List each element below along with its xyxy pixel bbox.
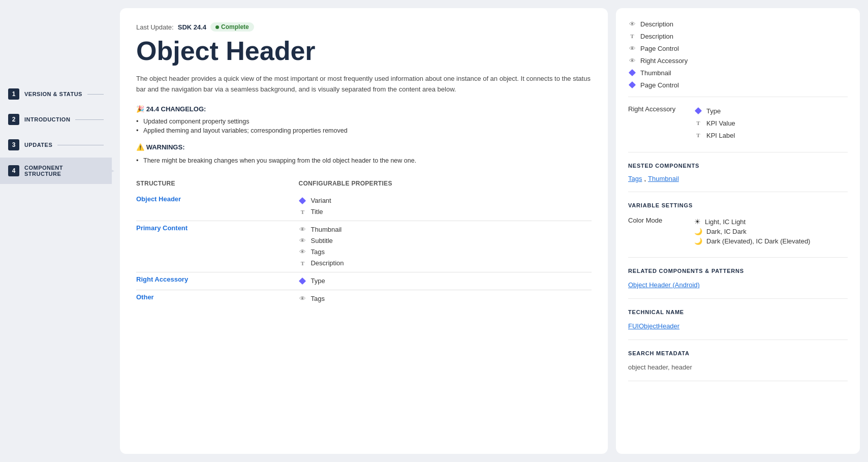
prop-item: 👁 Thumbnail — [298, 224, 592, 235]
eye-icon: 👁 — [298, 295, 306, 303]
changelog-item: Applied theming and layout variables; co… — [136, 126, 592, 135]
diamond-icon — [298, 197, 306, 205]
row-props: 👁 Thumbnail 👁 Subtitle 👁 Tags T — [298, 221, 592, 272]
page-title: Object Header — [136, 37, 592, 66]
intro-text: The object header provides a quick view … — [136, 74, 592, 95]
row-props: Type — [298, 272, 592, 290]
info-card: 👁 Description T Description 👁 Page Contr… — [616, 8, 860, 454]
color-mode-dark-elevated: 🌙 Dark (Elevated), IC Dark (Elevated) — [694, 236, 848, 246]
prop-item: Type — [694, 105, 848, 116]
nav-line — [75, 119, 104, 120]
section-title: TECHNICAL NAME — [628, 309, 848, 315]
prop-item: 👁 Tags — [298, 247, 592, 258]
row-label: Object Header — [136, 192, 298, 221]
sidebar: 1 VERSION & STATUS 2 INTRODUCTION 3 UPDA… — [0, 0, 112, 462]
sidebar-item-version[interactable]: 1 VERSION & STATUS — [0, 81, 112, 107]
changelog-title: 🎉 24.4 CHANGELOG: — [136, 105, 592, 113]
warnings-section: ⚠️ WARNINGS: There might be breaking cha… — [136, 143, 592, 167]
prop-item: 👁 Subtitle — [298, 235, 592, 247]
section-title: VARIABLE SETTINGS — [628, 202, 848, 208]
changelog-section: 🎉 24.4 CHANGELOG: Updated component prop… — [136, 105, 592, 135]
sdk-version-badge: SDK 24.4 — [178, 23, 206, 31]
t-icon: T — [694, 131, 702, 139]
status-badge: Complete — [210, 22, 254, 32]
prop-item: 👁 Description — [628, 18, 848, 29]
row-props: Variant T Title — [298, 192, 592, 221]
diamond-icon — [298, 277, 306, 285]
eye-icon: 👁 — [628, 20, 636, 28]
changelog-list: Updated component property settings Appl… — [136, 117, 592, 135]
eye-icon: 👁 — [628, 44, 636, 52]
info-table-row: Right Accessory Type T KPI Value — [628, 103, 848, 143]
main-content: Last Update: SDK 24.4 Complete Object He… — [112, 0, 868, 462]
nested-link-thumbnail[interactable]: Thumbnail — [648, 175, 679, 182]
prop-item: 👁 Page Control — [628, 43, 848, 54]
prop-item: Page Control — [628, 79, 848, 90]
structure-col-header: STRUCTURE — [136, 177, 298, 192]
related-components-section: RELATED COMPONENTS & PATTERNS Object Hea… — [628, 268, 848, 299]
row-label: Other — [136, 290, 298, 307]
prop-item: T Description — [628, 30, 848, 42]
nested-link-tags[interactable]: Tags — [628, 175, 642, 182]
changelog-item: Updated component property settings — [136, 117, 592, 126]
prop-item: Variant — [298, 195, 592, 206]
sidebar-item-component-structure[interactable]: 4 COMPONENT STRUCTURE — [0, 158, 112, 184]
status-dot — [215, 25, 219, 29]
info-table: Right Accessory Type T KPI Value — [628, 103, 848, 143]
table-row: Right Accessory Type — [136, 272, 592, 290]
nested-components-section: NESTED COMPONENTS Tags , Thumbnail — [628, 163, 848, 192]
doc-card: Last Update: SDK 24.4 Complete Object He… — [120, 8, 608, 454]
right-accessory-props-section: 👁 Description T Description 👁 Page Contr… — [628, 18, 848, 97]
prop-item: T Title — [298, 206, 592, 218]
status-text: Complete — [221, 23, 249, 30]
section-title: RELATED COMPONENTS & PATTERNS — [628, 268, 848, 274]
variable-settings-section: VARIABLE SETTINGS Color Mode ☀ Light, IC… — [628, 202, 848, 258]
nested-links: Tags , Thumbnail — [628, 175, 848, 182]
diamond-icon — [628, 81, 636, 89]
warnings-list: There might be breaking changes when you… — [136, 155, 592, 167]
t-icon: T — [298, 208, 306, 216]
t-icon: T — [298, 259, 306, 267]
search-metadata-section: SEARCH METADATA object header, header — [628, 350, 848, 381]
prop-item: 👁 Tags — [298, 293, 592, 304]
changelog-emoji: 🎉 — [136, 105, 146, 113]
moon-icon: 🌙 — [694, 228, 702, 235]
prop-item: T KPI Value — [694, 117, 848, 129]
t-icon: T — [694, 119, 702, 127]
t-icon: T — [628, 32, 636, 40]
section-title: SEARCH METADATA — [628, 350, 848, 356]
row-label: Right Accessory — [628, 103, 694, 143]
row-props: 👁 Tags — [298, 290, 592, 307]
eye-icon: 👁 — [298, 226, 306, 234]
table-row: Object Header Variant T Title — [136, 192, 592, 221]
eye-icon: 👁 — [298, 248, 306, 256]
sidebar-item-introduction[interactable]: 2 INTRODUCTION — [0, 107, 112, 132]
last-update-label: Last Update: — [136, 23, 174, 31]
related-component-link[interactable]: Object Header (Android) — [628, 281, 700, 289]
row-label: Primary Content — [136, 221, 298, 272]
sun-icon: ☀ — [694, 218, 701, 226]
prop-item: Thumbnail — [628, 67, 848, 78]
technical-name-link[interactable]: FUIObjectHeader — [628, 322, 679, 330]
table-row: Primary Content 👁 Thumbnail 👁 Subtitle 👁 — [136, 221, 592, 272]
nav-line — [87, 94, 104, 95]
section-title: NESTED COMPONENTS — [628, 163, 848, 169]
diamond-icon — [628, 69, 636, 77]
eye-icon: 👁 — [628, 56, 636, 65]
prop-item: T KPI Label — [694, 130, 848, 141]
row-label: Color Mode — [628, 214, 694, 248]
structure-table: STRUCTURE CONFIGURABLE PROPERTIES Object… — [136, 177, 592, 307]
configurable-col-header: CONFIGURABLE PROPERTIES — [298, 177, 592, 192]
prop-item: 👁 Right Accessory — [628, 55, 848, 66]
last-update-row: Last Update: SDK 24.4 Complete — [136, 22, 592, 32]
color-mode-light: ☀ Light, IC Light — [694, 217, 848, 227]
prop-item: T Description — [298, 258, 592, 269]
eye-icon: 👁 — [298, 237, 306, 245]
sidebar-item-updates[interactable]: 3 UPDATES — [0, 132, 112, 158]
info-props-top: 👁 Description T Description 👁 Page Contr… — [628, 18, 848, 90]
row-label: Right Accessory — [136, 272, 298, 290]
info-table-row: Color Mode ☀ Light, IC Light 🌙 Dark, IC … — [628, 214, 848, 248]
row-props: Type T KPI Value T KPI Label — [694, 103, 848, 143]
color-mode-dark: 🌙 Dark, IC Dark — [694, 227, 848, 236]
color-mode-options: ☀ Light, IC Light 🌙 Dark, IC Dark 🌙 Dark… — [694, 214, 848, 248]
